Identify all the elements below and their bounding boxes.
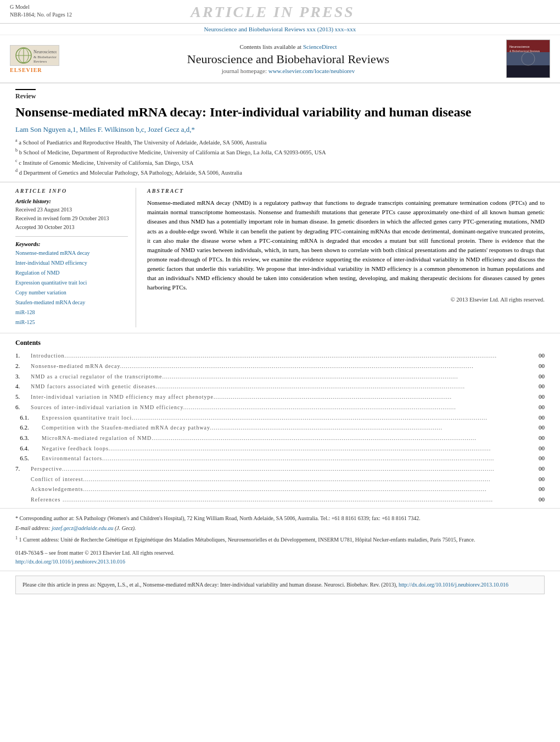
corresponding-author-note: * Corresponding author at: SA Pathology … (15, 514, 545, 523)
toc-page-4: 00 (531, 381, 545, 392)
toc-num-6-1: 6.1. (15, 412, 42, 423)
toc-item-1: 1. Introduction.........................… (15, 350, 545, 361)
elsevier-logo: Neuroscience & Biobehavioral Reviews ELS… (10, 45, 70, 73)
citation-doi-link[interactable]: http://dx.doi.org/10.1016/j.neubiorev.20… (399, 582, 508, 588)
toc-page-conflict: 00 (531, 474, 545, 484)
toc-label-6: Sources of inter-individual variation in… (31, 403, 531, 412)
toc-page-ref: 00 (531, 494, 545, 505)
affiliations: a a School of Paediatrics and Reproducti… (15, 137, 545, 177)
keyword-5: Copy number variation (15, 288, 128, 298)
toc-page-7: 00 (531, 464, 545, 474)
toc-num-1: 1. (15, 350, 31, 361)
toc-item-ref: References .............................… (15, 494, 545, 505)
review-label: Review (15, 89, 36, 101)
toc-label-5: Inter-individual variation in NMD effici… (31, 392, 531, 401)
issn-line: 0149-7634/$ – see front matter © 2013 El… (15, 549, 545, 557)
journal-link-text: Neuroscience and Biobehavioral Reviews x… (204, 26, 356, 32)
keyword-3: Regulation of NMD (15, 268, 128, 278)
toc-num-3: 3. (15, 371, 31, 382)
svg-text:& Biobehavioral: & Biobehavioral (33, 55, 57, 59)
affiliation-c: c c Institute of Genomic Medicine, Unive… (15, 158, 545, 168)
keyword-2: Inter-individual NMD efficiency (15, 258, 128, 268)
toc-item-2: 2. Nonsense-mediated mRNA decay.........… (15, 361, 545, 371)
toc-item-6-5: 6.5. Environmental factors..............… (15, 453, 545, 464)
toc-label-3: NMD as a crucial regulator of the transc… (31, 372, 531, 381)
toc-label-conflict: Conflict of interest....................… (31, 475, 531, 484)
issn-doi-section: 0149-7634/$ – see front matter © 2013 El… (15, 549, 545, 566)
journal-link-bar: Neuroscience and Biobehavioral Reviews x… (0, 24, 560, 35)
toc-page-6-5: 00 (531, 453, 545, 464)
toc-num-2: 2. (15, 361, 31, 371)
toc-item-6-1: 6.1. Expression quantitative trait loci.… (15, 412, 545, 423)
journal-homepage-bar: journal homepage: www.elsevier.com/locat… (70, 68, 506, 74)
email-note: E-mail address: jozef.gecz@adelaide.edu.… (15, 524, 545, 533)
article-info-column: ARTICLE INFO Article history: Received 2… (15, 188, 136, 327)
toc-page-1: 00 (531, 350, 545, 361)
article-in-press-banner: ARTICLE IN PRESS (72, 3, 473, 21)
article-info-title: ARTICLE INFO (15, 188, 128, 194)
toc-page-6-1: 00 (531, 412, 545, 423)
authors: Lam Son Nguyen a,1, Miles F. Wilkinson b… (15, 125, 545, 134)
abstract-title: ABSTRACT (147, 188, 545, 194)
keyword-8: miR-125 (15, 317, 128, 327)
svg-text:Neuroscience: Neuroscience (33, 49, 57, 54)
doi-link[interactable]: http://dx.doi.org/10.1016/j.neubiorev.20… (15, 559, 125, 565)
toc-label-2: Nonsense-mediated mRNA decay............… (31, 361, 531, 371)
toc-item-6-2: 6.2. Competition with the Staufen-mediat… (15, 422, 545, 433)
toc-num-4: 4. (15, 381, 31, 392)
toc-num-5: 5. (15, 392, 31, 402)
homepage-label: journal homepage: (222, 68, 267, 74)
elsevier-logo-image: Neuroscience & Biobehavioral Reviews (10, 45, 59, 66)
info-divider (15, 236, 128, 237)
revised-date: Received in revised form 29 October 2013 (15, 214, 128, 223)
journal-title: Neuroscience and Biobehavioral Reviews (70, 52, 506, 66)
toc-page-6-3: 00 (531, 433, 545, 443)
svg-text:& Biobehavioral Reviews: & Biobehavioral Reviews (509, 49, 540, 53)
affiliation-a: a a School of Paediatrics and Reproducti… (15, 137, 545, 147)
toc-label-1: Introduction............................… (31, 351, 531, 360)
footnote1: 1 1 Current address: Unité de Recherche … (15, 535, 545, 544)
journal-volume-link[interactable]: Neuroscience and Biobehavioral Reviews x… (204, 26, 356, 32)
toc-label-4: NMD factors associated with genetic dise… (31, 382, 531, 391)
affiliation-b: b b School of Medicine, Department of Re… (15, 147, 545, 157)
keywords-list: Nonsense-mediated mRNA decay Inter-indiv… (15, 248, 128, 327)
toc-item-7: 7. Perspective..........................… (15, 464, 545, 474)
email-link[interactable]: jozef.gecz@adelaide.edu.au (52, 525, 113, 531)
footer-section: * Corresponding author at: SA Pathology … (0, 509, 560, 571)
toc-num-6: 6. (15, 402, 31, 412)
abstract-column: ABSTRACT Nonsense-mediated mRNA decay (N… (147, 188, 545, 327)
svg-rect-11 (507, 65, 550, 77)
article-title-section: Nonsense-mediated mRNA decay: Inter-indi… (0, 101, 560, 182)
toc-item-ack: Acknowledgements........................… (15, 484, 545, 494)
toc-page-5: 00 (531, 392, 545, 402)
toc-label-6-2: Competition with the Staufen-mediated mR… (42, 423, 531, 432)
article-info-abstract-section: ARTICLE INFO Article history: Received 2… (0, 182, 560, 333)
svg-text:Reviews: Reviews (33, 59, 47, 64)
toc-item-conflict: Conflict of interest....................… (15, 474, 545, 484)
toc-label-6-1: Expression quantitative trait loci......… (42, 413, 531, 422)
nbr-label: NBR-1864; No. of Pages 12 (10, 12, 72, 18)
citation-box: Please cite this article in press as: Ng… (15, 576, 545, 594)
sciencedirect-link[interactable]: ScienceDirect (303, 43, 337, 50)
toc-page-ack: 00 (531, 484, 545, 494)
toc-item-4: 4. NMD factors associated with genetic d… (15, 381, 545, 392)
review-label-bar: Review (0, 83, 560, 101)
doi-line: http://dx.doi.org/10.1016/j.neubiorev.20… (15, 557, 545, 566)
toc-label-ack: Acknowledgements........................… (31, 484, 531, 494)
toc-item-6-3: 6.3. MicroRNA-mediated regulation of NMD… (15, 433, 545, 443)
toc-item-6: 6. Sources of inter-individual variation… (15, 402, 545, 412)
toc-item-6-4: 6.4. Negative feedback loops............… (15, 443, 545, 454)
journal-banner-center: Contents lists available at ScienceDirec… (70, 43, 506, 74)
journal-thumbnail: Neuroscience & Biobehavioral Reviews (506, 40, 550, 78)
keyword-1: Nonsense-mediated mRNA decay (15, 248, 128, 258)
toc-page-6-2: 00 (531, 422, 545, 433)
toc-page-6-4: 00 (531, 443, 545, 454)
history-label: Article history: (15, 198, 128, 204)
contents-title: Contents (15, 339, 545, 347)
contents-available-bar: Contents lists available at ScienceDirec… (70, 43, 506, 50)
gmodel-info: G Model NBR-1864; No. of Pages 12 (10, 3, 72, 19)
keyword-4: Expression quantitative trait loci (15, 278, 128, 288)
homepage-url[interactable]: www.elsevier.com/locate/neubiorev (268, 68, 355, 74)
toc-item-3: 3. NMD as a crucial regulator of the tra… (15, 371, 545, 382)
citation-text: Please cite this article in press as: Ng… (23, 581, 537, 589)
